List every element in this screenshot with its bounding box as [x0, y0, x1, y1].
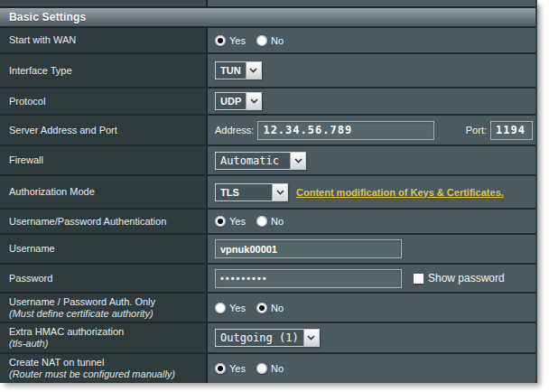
start-with-wan-yes-radio[interactable]: Yes	[215, 35, 246, 46]
create-nat-no-radio[interactable]: No	[256, 363, 284, 374]
row-sublabel: (tls-auth)	[9, 338, 206, 350]
select-value: TLS	[216, 184, 272, 201]
up-auth-only-radio-group: Yes No	[215, 303, 284, 313]
protocol-select[interactable]: UDP	[215, 92, 262, 110]
hmac-select[interactable]: Outgoing (1)	[215, 329, 320, 347]
port-group: Port:	[466, 121, 535, 140]
address-input[interactable]	[257, 121, 434, 140]
start-with-wan-radio-group: Yes No	[215, 35, 284, 46]
row-label: Password	[9, 273, 206, 285]
row-create-nat: Create NAT on tunnel (Router must be con…	[0, 352, 535, 383]
radio-label: Yes	[229, 216, 246, 227]
row-authorization-mode: Authorization Mode TLS Content modificat…	[0, 174, 535, 208]
section-title: Basic Settings	[9, 11, 87, 23]
row-sublabel: (Must define certificate authority)	[9, 308, 206, 320]
row-username: Username	[0, 233, 535, 263]
basic-settings-panel: Basic Settings Start with WAN Yes No Int…	[0, 0, 537, 383]
previous-table-right-cell	[208, 0, 535, 6]
chevron-down-icon[interactable]	[246, 62, 261, 79]
select-value: TUN	[216, 62, 246, 79]
keys-certificates-link[interactable]: Content modification of Keys & Certifica…	[296, 187, 504, 198]
radio-label: No	[271, 363, 284, 374]
radio-icon[interactable]	[215, 363, 226, 374]
up-auth-only-yes-radio[interactable]: Yes	[215, 303, 246, 313]
select-value: UDP	[216, 93, 246, 109]
chevron-down-icon[interactable]	[246, 93, 261, 109]
row-interface-type: Interface Type TUN	[0, 52, 535, 87]
radio-icon[interactable]	[256, 35, 267, 46]
previous-table-edge	[0, 0, 535, 8]
row-label: Username/Password Authentication	[9, 216, 206, 228]
row-label: Firewall	[9, 154, 206, 166]
up-auth-radio-group: Yes No	[215, 216, 284, 227]
row-server-address-port: Server Address and Port Address: Port:	[0, 114, 535, 145]
show-password-toggle[interactable]: Show password	[414, 272, 505, 285]
show-password-label: Show password	[428, 272, 505, 285]
interface-type-select[interactable]: TUN	[215, 61, 262, 79]
address-label: Address:	[215, 125, 254, 135]
row-password: Password Show password	[0, 263, 535, 292]
row-sublabel: (Router must be configured manually)	[9, 369, 206, 380]
radio-icon[interactable]	[256, 363, 267, 374]
radio-label: No	[271, 216, 284, 227]
firewall-select[interactable]: Automatic	[215, 152, 306, 170]
username-input[interactable]	[215, 239, 402, 258]
row-username-password-authentication: Username/Password Authentication Yes No	[0, 208, 535, 233]
select-value: Outgoing (1)	[216, 330, 303, 346]
show-password-checkbox[interactable]	[414, 274, 423, 284]
previous-table-left-cell	[0, 0, 208, 6]
radio-icon[interactable]	[256, 303, 267, 313]
radio-label: Yes	[229, 35, 246, 46]
row-label: Username / Password Auth. Only	[9, 296, 206, 308]
start-with-wan-no-radio[interactable]: No	[256, 35, 284, 46]
radio-icon[interactable]	[215, 303, 226, 313]
row-label: Extra HMAC authorization	[9, 326, 206, 338]
create-nat-yes-radio[interactable]: Yes	[215, 363, 246, 374]
row-start-with-wan: Start with WAN Yes No	[0, 26, 535, 52]
up-auth-no-radio[interactable]: No	[256, 216, 284, 227]
radio-icon[interactable]	[256, 216, 267, 227]
row-label: Interface Type	[9, 65, 206, 77]
row-label: Server Address and Port	[9, 125, 206, 136]
row-label: Username	[9, 243, 206, 255]
chevron-down-icon[interactable]	[272, 184, 287, 201]
row-label: Start with WAN	[9, 34, 206, 46]
chevron-down-icon[interactable]	[290, 153, 305, 169]
up-auth-only-no-radio[interactable]: No	[256, 303, 284, 313]
row-firewall: Firewall Automatic	[0, 145, 535, 174]
chevron-down-icon[interactable]	[303, 330, 319, 346]
section-header: Basic Settings	[0, 8, 535, 26]
radio-label: Yes	[229, 363, 246, 374]
authorization-mode-select[interactable]: TLS	[215, 183, 288, 201]
port-label: Port:	[466, 125, 487, 135]
up-auth-yes-radio[interactable]: Yes	[215, 216, 246, 227]
port-input[interactable]	[490, 121, 533, 140]
row-up-auth-only: Username / Password Auth. Only (Must def…	[0, 292, 535, 322]
row-protocol: Protocol UDP	[0, 87, 535, 114]
row-extra-hmac: Extra HMAC authorization (tls-auth) Outg…	[0, 322, 535, 352]
radio-label: No	[271, 35, 284, 46]
create-nat-radio-group: Yes No	[215, 363, 284, 374]
password-input[interactable]	[215, 269, 402, 288]
row-label: Protocol	[9, 96, 206, 107]
radio-icon[interactable]	[215, 216, 226, 227]
radio-label: No	[271, 303, 284, 313]
row-label: Authorization Mode	[9, 186, 206, 198]
row-label: Create NAT on tunnel	[9, 357, 206, 369]
radio-label: Yes	[229, 303, 246, 313]
select-value: Automatic	[216, 153, 290, 169]
radio-icon[interactable]	[215, 35, 226, 46]
